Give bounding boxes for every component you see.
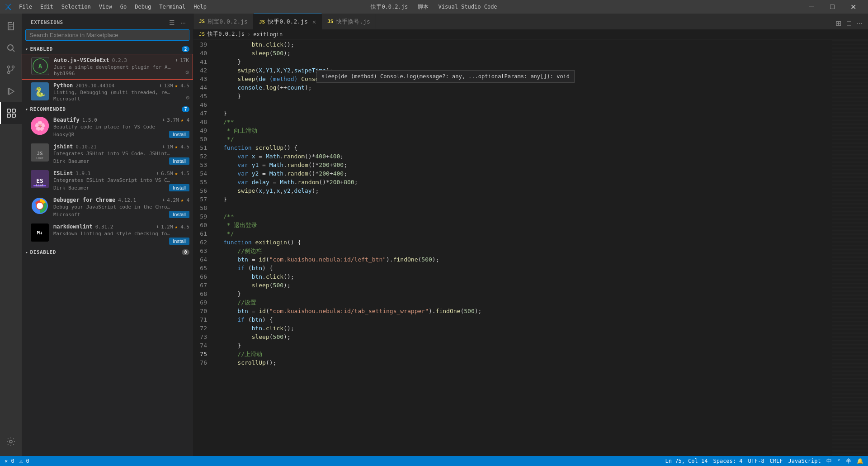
- jshint-install-button[interactable]: Install: [169, 157, 189, 165]
- menu-terminal[interactable]: Terminal: [156, 3, 189, 11]
- svg-text:Hint: Hint: [36, 156, 43, 160]
- jshint-icon: JS Hint: [31, 143, 49, 162]
- ext-item-beautify[interactable]: 🌸 Beautify 1.5.0 ⬇ 3.7M ★ 4 Beau: [22, 114, 193, 141]
- code-line-44: console.log(++count);: [223, 83, 832, 92]
- activity-icon-settings[interactable]: [0, 431, 22, 452]
- autojs-publisher: hyb1996: [54, 71, 189, 76]
- breadcrumb-file[interactable]: 快手0.0.2.js: [208, 30, 245, 38]
- menu-go[interactable]: Go: [117, 3, 130, 11]
- markdownlint-install-button[interactable]: Install: [169, 238, 189, 245]
- tab-kuaishou[interactable]: JS 快手0.0.2.js ✕: [254, 14, 322, 29]
- ln-56: 56: [193, 186, 212, 195]
- tab-shuabao[interactable]: JS 刷宝0.0.2.js: [193, 14, 254, 29]
- markdownlint-version: 0.31.2: [95, 224, 113, 230]
- status-notification[interactable]: °: [837, 458, 840, 464]
- chrome-install-button[interactable]: Install: [169, 211, 189, 218]
- minimize-button[interactable]: ─: [801, 0, 822, 14]
- code-content[interactable]: btn.click(); sleep(500); } swipe(X,Y1,X,…: [216, 39, 832, 456]
- eslint-install-button[interactable]: Install: [169, 184, 189, 191]
- collapse-editors-button[interactable]: □: [845, 18, 853, 29]
- code-line-69: //设置: [223, 298, 832, 307]
- ln-54: 54: [193, 169, 212, 178]
- code-line-40: sleep(500);: [223, 49, 832, 57]
- tab-huanhao[interactable]: JS 快手换号.js: [322, 14, 376, 29]
- status-half[interactable]: 半: [846, 457, 851, 465]
- status-bell-icon[interactable]: 🔔: [857, 458, 863, 464]
- status-encoding[interactable]: UTF-8: [748, 458, 764, 464]
- eslint-bottom-row: Dirk Baeumer Install: [53, 184, 189, 191]
- extensions-search-input[interactable]: [25, 29, 189, 41]
- menu-bar: File Edit Selection View Go Debug Termin…: [15, 3, 210, 11]
- menu-selection[interactable]: Selection: [58, 3, 94, 11]
- beautify-download-icon: ⬇: [162, 117, 165, 123]
- menu-help[interactable]: Help: [190, 3, 210, 11]
- ext-item-autojs[interactable]: A Auto.js-VSCodeExt 0.2.3 ⬇ 17K Just a s…: [22, 54, 193, 80]
- activity-icon-extensions[interactable]: [0, 102, 22, 124]
- eslint-version: 1.9.1: [75, 171, 90, 176]
- sidebar-header: EXTENSIONS ☰ ···: [22, 14, 193, 29]
- activity-icon-search[interactable]: [0, 37, 22, 59]
- svg-text:A: A: [38, 62, 42, 70]
- code-line-51: function scrollUp() {: [223, 143, 832, 152]
- breadcrumb-func[interactable]: exitLogin: [253, 31, 283, 38]
- jshint-name: jshint: [53, 143, 73, 150]
- menu-file[interactable]: File: [15, 3, 36, 11]
- sidebar-filter-button[interactable]: ☰: [167, 18, 177, 27]
- code-line-52: var x = Math.random()*400+400;: [223, 152, 832, 161]
- status-line-ending[interactable]: CRLF: [770, 458, 783, 464]
- maximize-button[interactable]: □: [822, 0, 843, 14]
- eslint-stars: 4.5: [180, 171, 189, 176]
- menu-edit[interactable]: Edit: [37, 3, 57, 11]
- breadcrumb: JS 快手0.0.2.js › exitLogin: [193, 29, 868, 39]
- code-line-74: }: [223, 341, 832, 350]
- recommended-section-header[interactable]: ▾ RECOMMENDED 7: [22, 105, 193, 114]
- svg-text:ES: ES: [36, 177, 43, 184]
- status-language[interactable]: JavaScript: [788, 458, 821, 464]
- ln-61: 61: [193, 229, 212, 238]
- code-line-42: swipe(X,Y1,X,Y2,swipeTime);: [223, 66, 832, 75]
- close-button[interactable]: ✕: [843, 0, 863, 14]
- ln-71: 71: [193, 315, 212, 324]
- recommended-chevron-icon: ▾: [25, 107, 28, 112]
- activity-icon-source-control[interactable]: [0, 59, 22, 81]
- ext-item-eslint[interactable]: ES Lint ESLint 1.9.1 ⬇ 6.5M ★ 4.5: [22, 167, 193, 194]
- disabled-section-header[interactable]: ▸ DISABLED 0: [22, 247, 193, 257]
- menu-view[interactable]: View: [95, 3, 116, 11]
- ext-item-markdownlint[interactable]: M↓ markdownlint 0.31.2 ⬇ 1.2M ★ 4.5: [22, 221, 193, 247]
- code-line-65: if (btn) {: [223, 264, 832, 272]
- menu-debug[interactable]: Debug: [131, 3, 155, 11]
- code-line-50: */: [223, 135, 832, 143]
- ext-item-chrome-debugger[interactable]: Debugger for Chrome 4.12.1 ⬇ 4.2M ★ 4 De…: [22, 194, 193, 221]
- markdownlint-downloads: 1.2M: [161, 224, 173, 230]
- beautify-publisher: HookyQR: [53, 132, 74, 138]
- ln-59: 59: [193, 212, 212, 221]
- ext-item-jshint[interactable]: JS Hint jshint 0.10.21 ⬇ 1M ★ 4.5: [22, 141, 193, 167]
- autojs-gear-icon[interactable]: ⚙: [185, 69, 189, 76]
- status-errors[interactable]: ✕ 0 ⚠ 0: [5, 458, 29, 464]
- status-lang[interactable]: 中: [826, 457, 832, 465]
- markdownlint-icon: M↓: [31, 223, 49, 242]
- ln-41: 41: [193, 57, 212, 66]
- ln-43: 43: [193, 75, 212, 83]
- python-download-icon: ⬇: [159, 83, 162, 89]
- sidebar-more-button[interactable]: ···: [179, 18, 188, 27]
- markdownlint-desc: Markdown linting and style checking for …: [53, 231, 171, 237]
- tab-kuaishou-close-icon[interactable]: ✕: [312, 18, 316, 25]
- code-line-43: sleep(de (method) Console.log(message?: …: [223, 75, 832, 83]
- eslint-download-icon: ⬇: [156, 171, 159, 176]
- activity-icon-explorer[interactable]: [0, 15, 22, 37]
- enabled-section: ▾ ENABLED 2 A Auto.js-VSCodeExt 0.2.3: [22, 44, 193, 105]
- recommended-badge: 7: [182, 106, 189, 112]
- code-editor: 39 40 41 42 43 44 45 46 47 48 49 50 51 5…: [193, 39, 868, 456]
- ext-item-python[interactable]: 🐍 Python 2019.10.44104 ⬇ 13M ★ 4.5: [22, 80, 193, 105]
- python-gear-icon[interactable]: ⚙: [186, 94, 189, 101]
- activity-icon-run[interactable]: [0, 81, 22, 102]
- disabled-label: DISABLED: [30, 249, 56, 255]
- status-spaces[interactable]: Spaces: 4: [713, 458, 742, 464]
- split-editor-button[interactable]: ⊞: [834, 17, 843, 29]
- svg-point-34: [37, 203, 43, 209]
- more-actions-button[interactable]: ···: [855, 18, 864, 29]
- beautify-install-button[interactable]: Install: [169, 131, 189, 138]
- status-line-col[interactable]: Ln 75, Col 14: [665, 458, 708, 464]
- enabled-section-header[interactable]: ▾ ENABLED 2: [22, 44, 193, 54]
